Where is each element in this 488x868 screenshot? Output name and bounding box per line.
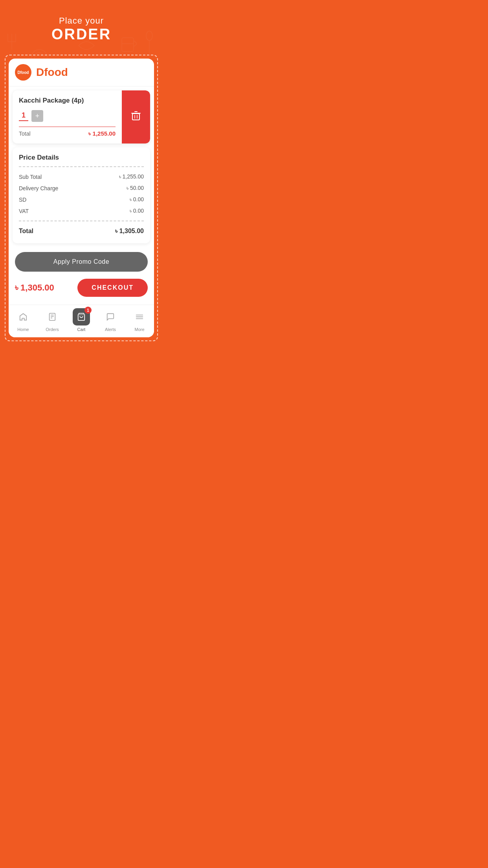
nav-alerts-label: Alerts <box>105 327 116 332</box>
item-total-value: ৳ 1,255.00 <box>88 130 116 137</box>
nav-item-home[interactable]: Home <box>9 308 38 332</box>
subtotal-row: Sub Total ৳ 1,255.00 <box>19 171 144 182</box>
cart-icon <box>77 313 86 321</box>
main-card: Dfood Dfood Kacchi Package (4p) 1 + Tota… <box>9 59 154 337</box>
vat-value: ৳ 0.00 <box>130 208 144 214</box>
item-content: Kacchi Package (4p) 1 + Total ৳ 1,255.00 <box>13 90 122 143</box>
delivery-row: Delivery Charge ৳ 50.00 <box>19 182 144 194</box>
subtotal-label: Sub Total <box>19 174 42 180</box>
quantity-increase-button[interactable]: + <box>31 110 43 122</box>
top-divider <box>19 166 144 167</box>
svg-rect-16 <box>132 114 139 120</box>
item-total-row: Total ৳ 1,255.00 <box>19 130 116 137</box>
item-total-label: Total <box>19 131 31 137</box>
vat-label: VAT <box>19 208 29 214</box>
nav-orders-label: Orders <box>46 327 59 332</box>
nav-item-alerts[interactable]: Alerts <box>96 308 125 332</box>
app-brand-name: Dfood <box>36 66 68 79</box>
more-icon <box>135 313 144 321</box>
dashed-border-container: Dfood Dfood Kacchi Package (4p) 1 + Tota… <box>5 55 158 341</box>
cart-badge: 1 <box>84 307 92 314</box>
orders-icon-wrap <box>44 308 61 326</box>
orders-icon <box>48 313 57 321</box>
quantity-row: 1 + <box>19 110 116 122</box>
item-divider <box>19 127 116 127</box>
vat-row: VAT ৳ 0.00 <box>19 205 144 217</box>
alerts-icon <box>106 313 115 321</box>
app-logo: Dfood <box>15 64 31 81</box>
alerts-icon-wrap <box>102 308 119 326</box>
total-row: Total ৳ 1,305.00 <box>19 225 144 237</box>
bottom-divider <box>19 221 144 221</box>
quantity-display: 1 <box>19 111 28 121</box>
header-subtitle: Place your <box>8 16 155 26</box>
nav-home-label: Home <box>17 327 29 332</box>
header-title: ORDER <box>8 26 155 43</box>
page-header: Place your ORDER <box>0 0 163 51</box>
sd-label: SD <box>19 197 26 203</box>
item-card: Kacchi Package (4p) 1 + Total ৳ 1,255.00 <box>13 90 150 143</box>
app-header: Dfood Dfood <box>9 59 154 86</box>
sd-value: ৳ 0.00 <box>130 196 144 203</box>
delivery-label: Delivery Charge <box>19 185 58 191</box>
total-label: Total <box>19 228 33 235</box>
promo-code-button[interactable]: Apply Promo Code <box>15 252 148 272</box>
trash-icon <box>130 110 141 124</box>
delivery-value: ৳ 50.00 <box>127 185 144 191</box>
nav-item-orders[interactable]: Orders <box>38 308 67 332</box>
nav-cart-label: Cart <box>77 327 86 332</box>
home-icon <box>19 313 28 321</box>
app-logo-text: Dfood <box>18 70 29 75</box>
sd-row: SD ৳ 0.00 <box>19 194 144 205</box>
cart-icon-wrap: 1 <box>73 308 90 326</box>
checkout-button[interactable]: CHECKOUT <box>77 279 148 297</box>
total-value: ৳ 1,305.00 <box>115 228 144 235</box>
subtotal-value: ৳ 1,255.00 <box>119 173 144 180</box>
more-icon-wrap <box>131 308 148 326</box>
item-name: Kacchi Package (4p) <box>19 97 116 105</box>
delete-item-button[interactable] <box>122 90 150 143</box>
home-icon-wrap <box>15 308 32 326</box>
checkout-price: ৳ 1,305.00 <box>15 283 54 293</box>
price-details-card: Price Details Sub Total ৳ 1,255.00 Deliv… <box>13 147 150 243</box>
bottom-section: Apply Promo Code ৳ 1,305.00 CHECKOUT <box>9 247 154 305</box>
checkout-row: ৳ 1,305.00 CHECKOUT <box>15 277 148 300</box>
bottom-navigation: Home Orders <box>9 305 154 337</box>
nav-item-more[interactable]: More <box>125 308 154 332</box>
nav-item-cart[interactable]: 1 Cart <box>67 308 96 332</box>
price-details-title: Price Details <box>19 154 144 162</box>
nav-more-label: More <box>134 327 144 332</box>
